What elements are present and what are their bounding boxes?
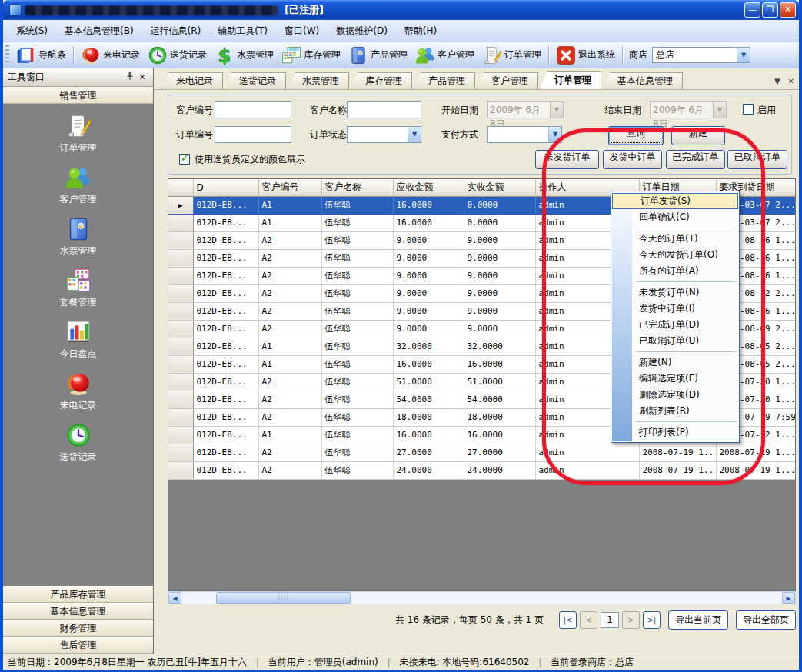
cell-customer_name[interactable]: 伍华聪 — [321, 373, 393, 391]
cell-customer_no[interactable]: A2 — [258, 249, 321, 267]
cell-received[interactable]: 9.0000 — [464, 231, 535, 249]
minimize-button[interactable]: — — [744, 2, 760, 18]
cell-id[interactable]: 012D-E8... — [193, 302, 258, 320]
column-header-2[interactable]: 客户编号 — [258, 179, 321, 196]
cell-id[interactable]: 012D-E8... — [193, 284, 258, 302]
menu-item-1[interactable]: 基本信息管理(B) — [56, 22, 142, 41]
toolbar-button-7[interactable]: 订单管理 — [478, 44, 545, 67]
cell-receivable[interactable]: 9.0000 — [393, 284, 464, 302]
cell-customer_no[interactable]: A2 — [258, 267, 321, 284]
cell-receivable[interactable]: 27.0000 — [393, 444, 464, 461]
cell-received[interactable]: 0.0000 — [464, 214, 535, 231]
cell-customer_name[interactable]: 伍华聪 — [321, 284, 393, 302]
cell-receivable[interactable]: 16.0000 — [393, 196, 464, 214]
cell-customer_no[interactable]: A1 — [258, 214, 321, 231]
cell-order_date[interactable]: 2008-07-19 1... — [639, 444, 716, 461]
cell-receivable[interactable]: 9.0000 — [393, 320, 464, 338]
context-menu-item-8[interactable]: 发货中订单(I) — [611, 301, 739, 317]
context-menu-item-4[interactable]: 今天的发货订单(O) — [611, 247, 739, 263]
cell-received[interactable]: 24.0000 — [464, 461, 535, 479]
cell-customer_name[interactable]: 伍华聪 — [321, 214, 393, 231]
customer-name-input[interactable] — [347, 101, 421, 118]
cell-customer_name[interactable]: 伍华聪 — [321, 426, 393, 444]
context-menu-item-3[interactable]: 今天的订单(T) — [611, 231, 739, 247]
row-selector-cell[interactable] — [168, 249, 193, 267]
enable-checkbox[interactable] — [743, 104, 754, 115]
maximize-button[interactable]: ❐ — [762, 2, 778, 18]
tool-window-close-icon[interactable]: ✕ — [136, 72, 148, 82]
cell-id[interactable]: 012D-E8... — [193, 231, 258, 249]
toolbar-grip[interactable] — [5, 45, 9, 65]
toolbar-button-1[interactable]: 来电记录 — [77, 44, 144, 67]
cell-customer_no[interactable]: A2 — [258, 284, 321, 302]
scrollbar-track[interactable] — [181, 592, 782, 604]
cell-received[interactable]: 9.0000 — [464, 302, 535, 320]
tab-0[interactable]: 来电记录 — [161, 72, 223, 89]
cell-customer_no[interactable]: A2 — [258, 391, 321, 408]
cell-customer_name[interactable]: 伍华聪 — [321, 338, 393, 355]
cell-id[interactable]: 012D-E8... — [193, 426, 258, 444]
column-header-1[interactable]: D — [193, 179, 258, 196]
cell-receivable[interactable]: 16.0000 — [393, 355, 464, 373]
column-header-4[interactable]: 应收金额 — [393, 179, 464, 196]
row-selector-cell[interactable] — [168, 461, 193, 479]
cell-operator[interactable]: admin — [535, 444, 639, 461]
cell-id[interactable]: 012D-E8... — [193, 338, 258, 355]
row-selector-cell[interactable] — [168, 267, 193, 284]
pin-icon[interactable] — [124, 72, 136, 83]
cell-customer_no[interactable]: A2 — [258, 302, 321, 320]
column-header-5[interactable]: 实收金额 — [464, 179, 535, 196]
cell-receivable[interactable]: 24.0000 — [393, 461, 464, 479]
tab-7[interactable]: 基本信息管理 — [603, 72, 683, 89]
context-menu-item-14[interactable]: 删除选定项(D) — [611, 387, 739, 403]
cell-customer_name[interactable]: 伍华聪 — [321, 355, 393, 373]
cell-id[interactable]: 012D-E8... — [193, 355, 258, 373]
export-current-page-button[interactable]: 导出当前页 — [668, 610, 728, 630]
tab-6[interactable]: 订单管理 — [540, 71, 601, 89]
menu-item-5[interactable]: 数据维护(D) — [328, 22, 396, 41]
quick-filter-button-1[interactable]: 发货中订单 — [603, 150, 662, 169]
tab-close-icon[interactable]: ✕ — [788, 77, 794, 85]
cell-customer_no[interactable]: A2 — [258, 444, 321, 461]
cell-customer_name[interactable]: 伍华聪 — [321, 267, 393, 284]
menu-item-2[interactable]: 运行信息(R) — [142, 22, 210, 41]
cell-id[interactable]: 012D-E8... — [193, 249, 258, 267]
cell-received[interactable]: 9.0000 — [464, 249, 535, 267]
row-selector-cell[interactable]: ▶ — [168, 196, 193, 214]
scroll-left-icon[interactable]: ◀ — [168, 592, 181, 604]
scrollbar-thumb[interactable] — [216, 592, 351, 604]
cell-required_date[interactable]: 2008-07-19 1... — [716, 444, 796, 461]
cell-received[interactable]: 54.0000 — [464, 391, 535, 408]
cell-received[interactable]: 9.0000 — [464, 284, 535, 302]
context-menu-item-17[interactable]: 打印列表(P) — [611, 424, 739, 441]
row-selector-cell[interactable] — [168, 302, 193, 320]
cell-customer_name[interactable]: 伍华聪 — [321, 249, 393, 267]
menu-item-4[interactable]: 窗口(W) — [276, 22, 328, 41]
payment-select[interactable]: ▼ — [487, 126, 562, 143]
page-number-input[interactable]: 1 — [601, 612, 619, 628]
row-selector-cell[interactable] — [168, 426, 193, 444]
cell-receivable[interactable]: 51.0000 — [393, 373, 464, 391]
toolbar-button-3[interactable]: 水票管理 — [211, 44, 278, 67]
customer-no-input[interactable] — [215, 101, 291, 118]
cell-customer_no[interactable]: A2 — [258, 461, 321, 479]
sidebar-section-sales[interactable]: 销售管理 — [3, 87, 153, 104]
tab-4[interactable]: 产品管理 — [414, 72, 475, 89]
cell-id[interactable]: 012D-E8... — [193, 444, 258, 461]
new-button[interactable]: 新建 — [671, 126, 725, 145]
cell-id[interactable]: 012D-E8... — [193, 196, 258, 214]
cell-receivable[interactable]: 54.0000 — [393, 391, 464, 408]
row-selector-cell[interactable] — [168, 391, 193, 408]
cell-operator[interactable]: admin — [535, 461, 639, 479]
store-select[interactable]: 总店▼ — [652, 47, 750, 63]
cell-received[interactable]: 18.0000 — [464, 408, 535, 426]
context-menu-item-7[interactable]: 未发货订单(N) — [611, 284, 739, 301]
quick-filter-button-0[interactable]: 未发货订单 — [535, 150, 599, 169]
cell-id[interactable]: 012D-E8... — [193, 391, 258, 408]
tab-5[interactable]: 客户管理 — [477, 72, 538, 89]
cell-customer_no[interactable]: A2 — [258, 231, 321, 249]
sidebar-item-1[interactable]: 客户管理 — [32, 165, 125, 206]
cell-received[interactable]: 27.0000 — [464, 444, 535, 461]
cell-customer_name[interactable]: 伍华聪 — [321, 320, 393, 338]
row-selector-cell[interactable] — [168, 231, 193, 249]
